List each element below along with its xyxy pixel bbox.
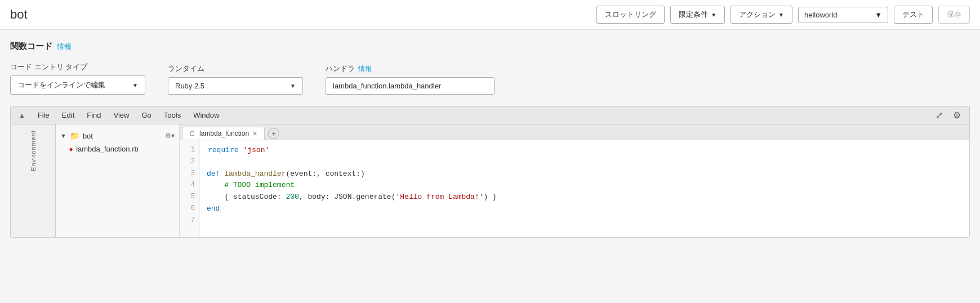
conditions-button[interactable]: 限定条件 ▼ xyxy=(670,6,725,24)
menu-edit[interactable]: Edit xyxy=(60,110,77,121)
runtime-chevron-icon: ▼ xyxy=(290,83,296,89)
folder-icon: 📁 xyxy=(70,131,79,140)
code-area: 🗒 lambda_function ✕ + 1 2 3 4 5 6 xyxy=(180,124,969,237)
code-entry-dropdown[interactable]: コードをインラインで編集 ▼ xyxy=(10,75,145,95)
form-row: コード エントリ タイプ コードをインラインで編集 ▼ ランタイム Ruby 2… xyxy=(10,62,970,95)
line-numbers: 1 2 3 4 5 6 7 xyxy=(180,140,200,237)
menu-view[interactable]: View xyxy=(112,110,132,121)
save-button[interactable]: 保存 xyxy=(938,6,970,24)
code-line-2 xyxy=(207,157,963,168)
code-content[interactable]: 1 2 3 4 5 6 7 require 'json' def lambda_… xyxy=(180,140,969,237)
folder-collapse-icon: ▼ xyxy=(60,132,66,139)
handler-info-link[interactable]: 情報 xyxy=(358,64,372,74)
section-info-link[interactable]: 情報 xyxy=(57,42,72,52)
conditions-label: 限定条件 xyxy=(679,10,708,20)
handler-input[interactable] xyxy=(326,77,495,95)
code-entry-value: コードをインラインで編集 xyxy=(17,80,128,90)
actions-label: アクション xyxy=(739,10,776,20)
code-tab-lambda[interactable]: 🗒 lambda_function ✕ xyxy=(182,127,265,140)
editor-body: Environment ▼ 📁 bot ⚙▾ ♦ lambda_function… xyxy=(11,124,969,237)
code-entry-label: コード エントリ タイプ xyxy=(10,62,145,72)
folder-gear-button[interactable]: ⚙▾ xyxy=(165,132,175,140)
editor-menubar: ▲ File Edit Find View Go Tools Window ⤢ … xyxy=(11,106,969,124)
code-line-4: # TODO implement xyxy=(207,180,963,191)
menu-go[interactable]: Go xyxy=(140,110,154,121)
runtime-label: ランタイム xyxy=(168,64,303,74)
main-content: 関数コード 情報 コード エントリ タイプ コードをインラインで編集 ▼ ランタ… xyxy=(0,30,980,249)
code-tabs: 🗒 lambda_function ✕ + xyxy=(180,124,969,140)
function-name-chevron-icon: ▼ xyxy=(875,11,882,19)
code-line-7 xyxy=(207,215,963,227)
code-line-1: require 'json' xyxy=(207,145,963,157)
file-tree-header: ▼ 📁 bot ⚙▾ xyxy=(56,129,179,142)
code-line-3: def lambda_handler(event:, context:) xyxy=(207,168,963,180)
editor-container: ▲ File Edit Find View Go Tools Window ⤢ … xyxy=(10,106,970,238)
runtime-value: Ruby 2.5 xyxy=(175,82,286,90)
header: bot スロットリング 限定条件 ▼ アクション ▼ helloworld ▼ … xyxy=(0,0,980,30)
section-title-row: 関数コード 情報 xyxy=(10,41,970,52)
test-button[interactable]: テスト xyxy=(894,6,933,24)
section-title-text: 関数コード xyxy=(10,41,52,52)
code-lines[interactable]: require 'json' def lambda_handler(event:… xyxy=(200,140,969,237)
code-line-5: { statusCode: 200, body: JSON.generate('… xyxy=(207,191,963,203)
file-name: lambda_function.rb xyxy=(76,145,139,153)
editor-sidebar: Environment xyxy=(11,124,56,237)
close-tab-button[interactable]: ✕ xyxy=(252,130,257,137)
throttling-button[interactable]: スロットリング xyxy=(596,6,665,24)
code-entry-group: コード エントリ タイプ コードをインラインで編集 ▼ xyxy=(10,62,145,95)
function-name-value: helloworld xyxy=(804,11,870,19)
runtime-group: ランタイム Ruby 2.5 ▼ xyxy=(168,64,303,95)
runtime-dropdown[interactable]: Ruby 2.5 ▼ xyxy=(168,77,303,95)
folder-name: bot xyxy=(83,132,162,140)
file-tree: ▼ 📁 bot ⚙▾ ♦ lambda_function.rb xyxy=(56,124,180,237)
collapse-button[interactable]: ▲ xyxy=(16,110,28,121)
conditions-chevron-icon: ▼ xyxy=(711,12,716,18)
handler-label: ハンドラ 情報 xyxy=(326,64,495,74)
editor-menubar-right: ⤢ ⚙ xyxy=(933,109,964,122)
handler-group: ハンドラ 情報 xyxy=(326,64,495,95)
menu-file[interactable]: File xyxy=(35,110,52,121)
code-line-6: end xyxy=(207,203,963,215)
menu-window[interactable]: Window xyxy=(191,110,221,121)
settings-button[interactable]: ⚙ xyxy=(950,109,964,122)
menu-tools[interactable]: Tools xyxy=(162,110,183,121)
tab-file-icon: 🗒 xyxy=(189,130,196,137)
actions-button[interactable]: アクション ▼ xyxy=(730,6,792,24)
file-item[interactable]: ♦ lambda_function.rb xyxy=(56,142,179,155)
menu-find[interactable]: Find xyxy=(84,110,103,121)
actions-chevron-icon: ▼ xyxy=(778,12,784,18)
function-name-dropdown[interactable]: helloworld ▼ xyxy=(798,7,888,23)
tab-label: lambda_function xyxy=(199,130,249,137)
page-title: bot xyxy=(10,7,591,22)
code-entry-chevron-icon: ▼ xyxy=(132,82,138,88)
sidebar-label: Environment xyxy=(30,124,37,177)
add-tab-button[interactable]: + xyxy=(268,128,279,139)
ruby-file-icon: ♦ xyxy=(69,145,73,153)
fullscreen-button[interactable]: ⤢ xyxy=(933,109,946,122)
